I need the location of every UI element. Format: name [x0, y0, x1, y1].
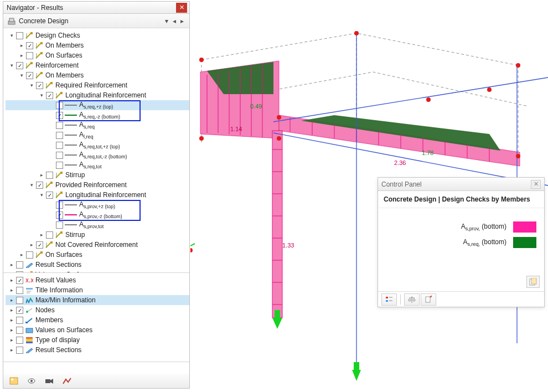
tree-item[interactable]: ▾Provided Reinforcement [6, 180, 189, 190]
expand-icon[interactable]: ▸ [9, 287, 15, 293]
checkbox[interactable] [16, 277, 23, 284]
legend-toggle-button[interactable] [381, 293, 397, 306]
tree-item[interactable]: ▸Members [6, 315, 189, 325]
edit-button[interactable] [421, 293, 436, 306]
checkbox[interactable] [26, 72, 33, 79]
tree-item[interactable]: ▾On Members [6, 70, 189, 80]
expand-icon[interactable]: ▸ [9, 262, 15, 268]
navigator-selector[interactable]: Concrete Design ▾ ◂ ▸ [3, 14, 189, 28]
checkbox[interactable] [16, 347, 23, 354]
tree-item[interactable]: As,prov,-z (bottom) [6, 210, 189, 220]
expand-icon[interactable]: ▸ [9, 337, 15, 343]
tree-item[interactable]: ▸x.xxResult Values [6, 275, 189, 285]
prev-arrow-icon[interactable]: ◂ [170, 17, 178, 25]
tree-item[interactable]: ▸On Members [6, 40, 189, 50]
checkbox[interactable] [56, 142, 63, 149]
tree-item[interactable]: ▸Max/Min Information [6, 295, 189, 305]
checkbox[interactable] [56, 102, 63, 109]
expand-icon[interactable]: ▸ [9, 297, 15, 303]
expand-icon[interactable]: ▸ [9, 307, 15, 313]
checkbox[interactable] [16, 327, 23, 334]
expand-icon[interactable]: ▸ [39, 232, 45, 238]
checkbox[interactable] [26, 42, 33, 49]
tree-item[interactable]: ▸Values on Surfaces [6, 325, 189, 335]
checkbox[interactable] [26, 52, 33, 59]
tree-item[interactable]: As,req [6, 120, 189, 130]
close-button[interactable]: ✕ [531, 180, 541, 189]
tree-item[interactable]: As,req,-z (bottom) [6, 110, 189, 120]
collapse-icon[interactable]: ▾ [39, 92, 45, 99]
expand-icon[interactable]: ▸ [19, 252, 25, 258]
navigator-lower-tree[interactable]: ▸x.xxResult Values▸Title Information▸Max… [3, 273, 189, 362]
checkbox[interactable] [56, 221, 63, 229]
camera-button[interactable] [43, 375, 55, 386]
tree-item[interactable]: Al,req [6, 130, 189, 140]
checkbox[interactable] [16, 62, 23, 69]
tree-item[interactable]: ▸Nodes [6, 305, 189, 315]
expand-icon[interactable]: ▸ [39, 172, 45, 178]
expand-icon[interactable]: ▸ [9, 327, 15, 333]
next-arrow-icon[interactable]: ▸ [178, 17, 186, 25]
tree-item[interactable]: ▾Longitudinal Reinforcement [6, 190, 189, 200]
checkbox[interactable] [46, 172, 53, 179]
expand-icon[interactable]: ▸ [19, 43, 25, 49]
expand-icon[interactable]: ▸ [29, 242, 35, 248]
tree-item[interactable]: As,prov,tot [6, 220, 189, 230]
chevron-down-icon[interactable]: ▾ [163, 17, 170, 25]
tree-item[interactable]: As,req,tot,+z (top) [6, 140, 189, 150]
tree-item[interactable]: ▸On Surfaces [6, 250, 189, 260]
checkbox[interactable] [56, 212, 63, 219]
collapse-icon[interactable]: ▾ [29, 182, 35, 188]
expand-icon[interactable]: ▸ [9, 317, 15, 323]
results-button[interactable] [61, 375, 73, 386]
collapse-icon[interactable]: ▾ [9, 33, 15, 39]
navigator-tree[interactable]: ▾Design Checks▸On Members▸On Surfaces▾Re… [3, 28, 189, 273]
checkbox[interactable] [56, 132, 63, 139]
close-button[interactable]: ✕ [176, 3, 187, 13]
expand-icon[interactable]: ▸ [19, 53, 25, 59]
checkbox[interactable] [56, 202, 63, 209]
tree-item[interactable]: As,req,tot [6, 160, 189, 170]
collapse-icon[interactable]: ▾ [39, 192, 45, 198]
tree-item[interactable]: ▾Required Reinforcement [6, 80, 189, 90]
checkbox[interactable] [36, 241, 43, 249]
visibility-button[interactable] [25, 375, 38, 386]
expand-icon[interactable]: ▸ [9, 347, 15, 353]
checkbox[interactable] [16, 337, 23, 344]
tree-item[interactable]: ▸On Surfaces [6, 50, 189, 60]
tree-item[interactable]: ▸Title Information [6, 285, 189, 295]
tree-item[interactable]: ▾Design Checks [6, 30, 189, 40]
expand-icon[interactable]: ▸ [9, 277, 15, 283]
checkbox[interactable] [16, 261, 23, 269]
tree-item[interactable]: ▾Longitudinal Reinforcement [6, 90, 189, 100]
checkbox[interactable] [46, 231, 53, 239]
checkbox[interactable] [56, 112, 63, 119]
checkbox[interactable] [56, 162, 63, 169]
tree-item[interactable]: As,prov,+z (top) [6, 200, 189, 210]
collapse-icon[interactable]: ▾ [29, 82, 35, 89]
checkbox[interactable] [16, 32, 23, 39]
checkbox[interactable] [16, 297, 23, 304]
tree-item[interactable]: ▸Result Sections [6, 260, 189, 270]
checkbox[interactable] [26, 251, 33, 259]
tree-item[interactable]: As,req,+z (top) [6, 100, 189, 110]
tree-item[interactable]: ▸Result Sections [6, 345, 189, 355]
checkbox[interactable] [36, 182, 43, 189]
views-button[interactable] [8, 375, 20, 386]
checkbox[interactable] [56, 122, 63, 129]
checkbox[interactable] [16, 287, 23, 294]
collapse-icon[interactable]: ▾ [19, 73, 25, 79]
checkbox[interactable] [56, 152, 63, 159]
balance-button[interactable] [404, 293, 420, 306]
tree-item[interactable]: ▸Stirrup [6, 230, 189, 240]
checkbox[interactable] [46, 192, 53, 199]
tree-item[interactable]: ▸Stirrup [6, 170, 189, 180]
checkbox[interactable] [16, 317, 23, 324]
collapse-icon[interactable]: ▾ [9, 63, 15, 69]
tree-item[interactable]: As,req,tot,-z (bottom) [6, 150, 189, 160]
tree-item[interactable]: ▸Type of display [6, 335, 189, 345]
checkbox[interactable] [46, 92, 53, 99]
checkbox[interactable] [16, 307, 23, 314]
pager-button[interactable] [526, 276, 540, 288]
tree-item[interactable]: ▾Reinforcement [6, 60, 189, 70]
